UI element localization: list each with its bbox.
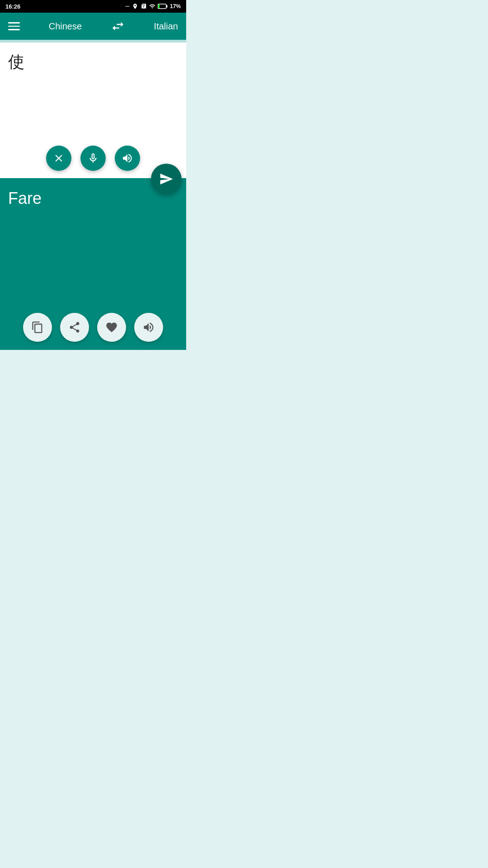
output-action-bar <box>23 313 163 342</box>
output-section: Fare <box>0 178 186 350</box>
input-section: 使 <box>0 42 186 178</box>
target-language[interactable]: Italian <box>154 21 178 32</box>
output-text: Fare <box>8 189 178 208</box>
menu-button[interactable] <box>8 22 20 30</box>
status-bar: 16:26 ··· 17% <box>0 0 186 13</box>
source-language[interactable]: Chinese <box>49 21 82 32</box>
dots-icon: ··· <box>125 3 130 9</box>
battery-percent: 17% <box>170 3 181 9</box>
translate-button[interactable] <box>151 164 182 194</box>
svg-rect-1 <box>166 5 167 8</box>
copy-button[interactable] <box>23 313 52 342</box>
speak-output-button[interactable] <box>134 313 163 342</box>
speak-input-button[interactable] <box>115 146 140 171</box>
input-area[interactable]: 使 <box>0 42 186 178</box>
alarm-icon <box>132 3 138 9</box>
swap-languages-button[interactable] <box>111 19 125 33</box>
app-header: Chinese Italian <box>0 13 186 40</box>
microphone-button[interactable] <box>80 146 106 171</box>
time-display: 16:26 <box>5 3 20 10</box>
status-icons: ··· 17% <box>125 3 181 9</box>
input-action-bar <box>46 146 140 171</box>
favorite-button[interactable] <box>97 313 126 342</box>
sim-icon <box>141 3 147 9</box>
input-text[interactable]: 使 <box>8 52 178 73</box>
share-button[interactable] <box>60 313 89 342</box>
clear-button[interactable] <box>46 146 71 171</box>
signal-icon <box>149 3 155 9</box>
svg-rect-2 <box>158 5 160 8</box>
battery-icon <box>158 3 168 9</box>
